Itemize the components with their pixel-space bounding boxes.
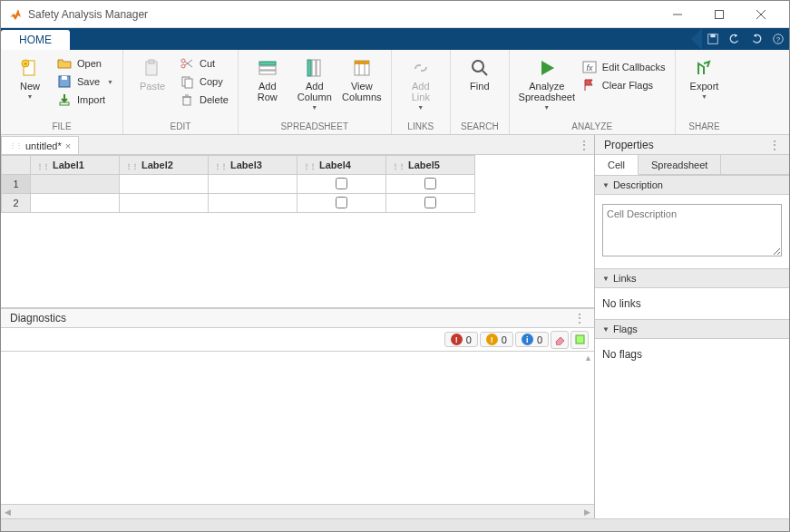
grip-icon: ⋮⋮	[36, 162, 49, 170]
copy-icon	[180, 74, 194, 89]
scroll-up-icon[interactable]: ▲	[584, 353, 592, 363]
tab-home[interactable]: HOME	[1, 30, 70, 50]
spreadsheet-cell[interactable]	[386, 175, 475, 194]
properties-menu[interactable]: ⋮	[769, 139, 780, 151]
export-button[interactable]: Export ▼	[681, 53, 728, 103]
chevron-down-icon: ▼	[417, 104, 424, 111]
minimize-button[interactable]	[657, 1, 698, 28]
info-icon: i	[522, 334, 533, 345]
open-button[interactable]: Open	[54, 55, 117, 72]
row-header[interactable]: 1	[2, 175, 31, 194]
save-button[interactable]: Save▼	[54, 73, 117, 90]
matlab-logo-icon	[8, 7, 23, 22]
column-header[interactable]: ⋮⋮Label1	[31, 156, 120, 175]
qa-save-button[interactable]	[702, 28, 724, 50]
clear-flags-button[interactable]: Clear Flags	[579, 77, 669, 93]
spreadsheet-cell[interactable]	[31, 175, 120, 194]
chevron-down-icon: ▼	[311, 104, 317, 111]
svg-rect-28	[355, 61, 369, 64]
close-button[interactable]	[740, 1, 782, 28]
view-columns-icon	[351, 57, 373, 79]
diagnostics-erase-button[interactable]	[551, 331, 569, 349]
document-tab-untitled[interactable]: ⋮⋮ untitled* ×	[1, 136, 79, 154]
new-button[interactable]: + New ▼	[6, 53, 54, 103]
spreadsheet-cell[interactable]	[31, 194, 120, 213]
link-icon	[410, 57, 432, 79]
edit-callbacks-button[interactable]: fxEdit Callbacks	[579, 59, 669, 75]
cell-checkbox[interactable]	[336, 197, 347, 208]
play-icon	[536, 57, 558, 79]
add-row-button[interactable]: Add Row	[244, 53, 291, 106]
cell-checkbox[interactable]	[336, 178, 347, 189]
qa-redo-button[interactable]	[746, 28, 767, 50]
group-file: + New ▼ Open Save▼ Import FILE	[1, 50, 123, 134]
spreadsheet-cell[interactable]	[297, 194, 386, 213]
copy-button[interactable]: Copy	[176, 73, 232, 90]
cell-checkbox[interactable]	[424, 178, 436, 189]
content-area: ⋮⋮ untitled* × ⋮ ⋮⋮Label1⋮⋮Label2⋮⋮Label…	[1, 135, 789, 518]
trash-icon	[180, 92, 194, 107]
qa-undo-button[interactable]	[724, 28, 746, 50]
find-button[interactable]: Find	[456, 53, 503, 95]
doctabs-menu[interactable]: ⋮	[574, 135, 594, 154]
svg-text:?: ?	[776, 35, 781, 44]
delete-button[interactable]: Delete	[176, 92, 232, 108]
quick-access-chevron	[691, 28, 702, 50]
spreadsheet-cell[interactable]	[120, 194, 209, 213]
svg-rect-25	[312, 60, 316, 76]
add-column-icon	[304, 57, 326, 79]
close-tab-icon[interactable]: ×	[65, 140, 71, 151]
maximize-button[interactable]	[698, 1, 740, 28]
warnings-badge[interactable]: !0	[480, 332, 513, 347]
section-description[interactable]: ▼Description	[595, 175, 789, 195]
prop-tab-cell[interactable]: Cell	[595, 155, 639, 175]
grip-icon: ⋮⋮	[214, 162, 227, 170]
errors-badge[interactable]: !0	[444, 332, 478, 347]
analyze-spreadsheet-button[interactable]: Analyze Spreadsheet ▼	[515, 53, 579, 114]
status-bar	[1, 518, 789, 532]
horizontal-scrollbar[interactable]: ◀▶	[1, 504, 594, 518]
diagnostics-refresh-button[interactable]	[571, 331, 589, 349]
group-edit: Paste Cut Copy Delete EDIT	[123, 50, 239, 134]
new-icon: +	[19, 57, 41, 79]
spreadsheet-cell[interactable]	[297, 175, 386, 194]
svg-rect-1	[716, 10, 724, 18]
svg-rect-35	[576, 335, 584, 343]
spreadsheet-table[interactable]: ⋮⋮Label1⋮⋮Label2⋮⋮Label3⋮⋮Label4⋮⋮Label5…	[1, 155, 475, 213]
group-search: Find SEARCH	[451, 50, 510, 134]
cell-checkbox[interactable]	[424, 197, 436, 208]
search-icon	[469, 57, 491, 79]
diagnostics-toolbar: !0 !0 i0	[1, 328, 594, 352]
column-header[interactable]: ⋮⋮Label5	[386, 156, 475, 175]
spreadsheet-cell[interactable]	[386, 194, 475, 213]
cut-button[interactable]: Cut	[176, 55, 232, 72]
column-header[interactable]: ⋮⋮Label2	[120, 156, 209, 175]
save-icon	[57, 74, 72, 89]
import-button[interactable]: Import	[54, 92, 117, 108]
add-link-button[interactable]: Add Link ▼	[397, 53, 444, 114]
prop-tab-spreadsheet[interactable]: Spreadsheet	[639, 155, 721, 174]
select-all-cell[interactable]	[2, 156, 31, 175]
svg-text:+: +	[24, 60, 28, 68]
column-header[interactable]: ⋮⋮Label3	[209, 156, 297, 175]
info-badge[interactable]: i0	[515, 332, 549, 347]
view-columns-button[interactable]: View Columns	[338, 53, 385, 106]
svg-text:fx: fx	[586, 63, 593, 73]
spreadsheet-cell[interactable]	[209, 194, 297, 213]
svg-rect-5	[710, 34, 715, 38]
row-header[interactable]: 2	[2, 194, 31, 213]
section-flags[interactable]: ▼Flags	[595, 319, 789, 339]
qa-help-button[interactable]: ?	[767, 28, 789, 50]
flags-empty-text: No flags	[602, 348, 642, 361]
column-header[interactable]: ⋮⋮Label4	[297, 156, 386, 175]
svg-point-17	[181, 59, 185, 63]
spreadsheet-area[interactable]: ⋮⋮Label1⋮⋮Label2⋮⋮Label3⋮⋮Label4⋮⋮Label5…	[1, 155, 594, 308]
add-column-button[interactable]: Add Column ▼	[291, 53, 338, 114]
section-links[interactable]: ▼Links	[595, 268, 789, 288]
paste-button[interactable]: Paste	[129, 53, 176, 95]
diagnostics-menu[interactable]: ⋮	[574, 312, 585, 324]
grip-icon: ⋮⋮	[392, 162, 405, 170]
cell-description-input[interactable]	[602, 204, 782, 256]
spreadsheet-cell[interactable]	[120, 175, 209, 194]
spreadsheet-cell[interactable]	[209, 175, 297, 194]
